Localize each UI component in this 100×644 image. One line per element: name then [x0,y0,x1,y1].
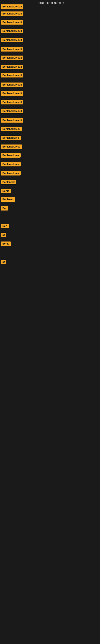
bottleneck-badge[interactable]: Bottleneck resu [1,144,22,149]
result-row: Bottleneck result [1,20,23,25]
result-row: Bottleneck res [1,153,21,158]
bottleneck-badge[interactable]: Bottleneck result [1,20,23,24]
result-row: Bottleneck result [1,47,23,52]
result-row: Bottle [1,242,11,247]
result-row [1,636,1,642]
bottleneck-badge[interactable]: Bo [1,260,6,264]
result-row: Bottle [1,189,11,194]
bottleneck-badge[interactable]: Bottleneck resu [1,127,22,131]
bottleneck-badge[interactable]: Bottleneck result [1,29,23,33]
result-row: Bot [1,206,8,211]
bottleneck-badge[interactable]: Bottleneck res [1,162,21,166]
result-row: Bo [1,260,6,265]
bottleneck-badge[interactable]: Bottleneck [1,180,16,184]
bottleneck-badge[interactable]: Bottle [1,242,11,246]
result-row: Bottleneck result [1,12,23,17]
result-row [1,215,1,220]
result-row: Bottleneck resu [1,127,22,132]
bottleneck-badge[interactable]: Bottleneck result [1,118,23,122]
result-row: Bottleneck result [1,91,23,96]
bottleneck-badge[interactable]: Bo [1,233,6,237]
bottleneck-badge[interactable]: Bottleneck result [1,38,23,42]
bottleneck-badge[interactable]: Bottle [1,189,11,193]
bottleneck-badge[interactable]: Bottleneck result [1,56,23,60]
vertical-bar-icon [1,215,1,220]
bottleneck-badge[interactable]: Bottleneck result [1,91,23,96]
result-row: Bottleneck result [1,29,23,34]
result-row: Bottleneck result [1,38,23,43]
result-row: Bottleneck res [1,162,21,167]
bottleneck-badge[interactable]: Bot [1,206,8,210]
result-row: Bottleneck result [1,4,23,10]
bottleneck-badge[interactable]: Bottleneck result [1,47,23,52]
bottleneck-badge[interactable]: Bottleneck res [1,153,21,158]
result-row: Bottleneck res [1,171,21,176]
result-row: Bottleneck resu [1,144,22,150]
bottleneck-badge[interactable]: Bottleneck result [1,64,23,69]
bottleneck-badge[interactable]: Bottleneck result [1,4,23,9]
bottleneck-badge[interactable]: Bottlenec [1,197,15,202]
result-row: Bottleneck result [1,118,23,123]
result-row: Bottleneck result [1,100,23,105]
bottleneck-badge[interactable]: Bottleneck result [1,100,23,104]
results-container: Bottleneck resultBottleneck resultBottle… [0,0,100,644]
result-row: Bottleneck result [1,73,23,78]
bottleneck-badge[interactable]: Bottleneck result [1,12,23,16]
vertical-bar-icon [1,636,1,642]
result-row: Bott [1,224,9,229]
bottleneck-badge[interactable]: Bottleneck res [1,171,21,176]
bottleneck-badge[interactable]: Bottleneck result [1,109,23,113]
result-row: Bottleneck result [1,56,23,61]
result-row: Bottleneck result [1,82,23,88]
result-row: Bottleneck result [1,109,23,114]
bottleneck-badge[interactable]: Bottleneck res [1,136,21,140]
result-row: Bottlenec [1,197,15,202]
result-row: Bottleneck res [1,136,21,141]
bottleneck-badge[interactable]: Bottleneck result [1,82,23,87]
result-row: Bottleneck result [1,64,23,70]
result-row: Bo [1,233,6,238]
result-row: Bottleneck [1,180,16,185]
bottleneck-badge[interactable]: Bott [1,224,9,228]
bottleneck-badge[interactable]: Bottleneck result [1,73,23,78]
